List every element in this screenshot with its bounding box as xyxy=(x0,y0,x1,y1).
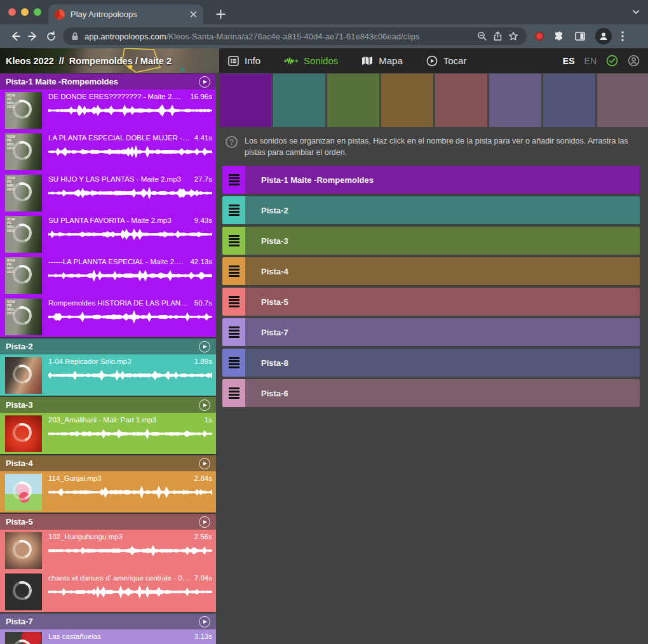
clip-name: DE DONDE ERES???????? - Maite 2.mp3 xyxy=(48,93,187,100)
track-row[interactable]: Pista-3 xyxy=(222,227,640,255)
reload-button[interactable] xyxy=(42,27,60,45)
url-text[interactable]: app.antropoloops.com/Kleos-Santa-Marina/… xyxy=(84,32,420,41)
section-play-button[interactable] xyxy=(199,458,210,469)
waveform[interactable] xyxy=(48,426,212,441)
nav-tocar[interactable]: Tocar xyxy=(426,55,467,67)
waveform[interactable] xyxy=(48,103,212,118)
extensions-puzzle-icon[interactable] xyxy=(553,30,565,42)
section-header[interactable]: Pista-4 xyxy=(0,455,216,471)
tab-search-chevron-icon[interactable] xyxy=(631,8,640,17)
waveform[interactable] xyxy=(48,227,212,242)
profile-avatar[interactable] xyxy=(595,28,612,44)
drag-handle[interactable] xyxy=(222,227,245,255)
new-tab-button[interactable] xyxy=(212,6,229,22)
share-icon[interactable] xyxy=(493,31,503,41)
section-header[interactable]: Pista-2 xyxy=(0,339,216,354)
track-bar[interactable]: Pista-2 xyxy=(245,196,640,224)
waveform[interactable] xyxy=(48,185,212,201)
clip-item[interactable]: 102_Hunguhungu.mp32.56s xyxy=(0,530,216,571)
language-es[interactable]: ES xyxy=(563,56,575,66)
waveform[interactable] xyxy=(48,584,212,600)
clip-item[interactable]: chants et danses d' amerique centrale - … xyxy=(0,571,216,612)
section-play-button[interactable] xyxy=(199,516,210,528)
clip-item[interactable]: 203_Amalihani - Mali: Part 1.mp31s xyxy=(0,413,216,454)
tab-close-icon[interactable] xyxy=(190,11,197,18)
side-panel-icon[interactable] xyxy=(574,30,586,42)
nav-sonidos[interactable]: Sonidos xyxy=(284,55,338,66)
track-row[interactable]: Pista-8 xyxy=(222,349,640,377)
clip-item[interactable]: ROM PE MOL DES SU HIJO Y LAS PLANTAS - M… xyxy=(0,172,216,213)
track-row[interactable]: Pista-5 xyxy=(222,288,640,316)
lock-icon[interactable] xyxy=(71,32,79,41)
address-bar[interactable]: app.antropoloops.com/Kleos-Santa-Marina/… xyxy=(63,27,527,45)
waveform[interactable] xyxy=(48,309,212,325)
clip-item[interactable]: ROM PE MOL DES SU PLANTA FAVORITA - Mait… xyxy=(0,213,216,255)
clip-item[interactable]: 114_Gunjai.mp32.84s xyxy=(0,471,216,513)
clip-item[interactable]: 1-04 Repicador Solo.mp31.89s xyxy=(0,354,216,396)
section-title[interactable]: Pista-1 Maite -Rompemoldes xyxy=(6,77,118,86)
browser-tab[interactable]: Play Antropoloops xyxy=(48,4,203,24)
nav-info[interactable]: Info xyxy=(228,55,260,66)
section-play-button[interactable] xyxy=(199,616,210,627)
breadcrumb[interactable]: Kleos 2022 // Rompemoldes / Maite 2 xyxy=(0,56,172,66)
section-play-button[interactable] xyxy=(199,76,210,88)
section-header[interactable]: Pista-7 xyxy=(0,614,216,629)
section-play-button[interactable] xyxy=(199,341,210,352)
waveform[interactable] xyxy=(48,144,212,159)
close-window-button[interactable] xyxy=(8,8,16,16)
clip-item[interactable]: Las castañuelas3.13s xyxy=(0,629,216,644)
track-bar[interactable]: Pista-6 xyxy=(245,379,640,407)
section-title[interactable]: Pista-4 xyxy=(6,459,33,468)
bookmark-star-icon[interactable] xyxy=(508,31,518,41)
drag-handle[interactable] xyxy=(222,379,245,407)
record-extension-icon[interactable] xyxy=(535,32,544,41)
section-play-button[interactable] xyxy=(199,399,210,411)
section-title[interactable]: Pista-3 xyxy=(6,400,33,410)
waveform[interactable] xyxy=(48,268,212,283)
section-header[interactable]: Pista-1 Maite -Rompemoldes xyxy=(0,74,216,90)
minimize-window-button[interactable] xyxy=(21,8,29,16)
zoom-indicator-icon[interactable] xyxy=(477,31,487,41)
track-row[interactable]: Pista-1 Maite -Rompemoldes xyxy=(222,166,640,194)
section-title[interactable]: Pista-7 xyxy=(6,617,33,626)
track-row[interactable]: Pista-6 xyxy=(222,379,640,407)
waveform[interactable] xyxy=(48,543,212,558)
waveform[interactable] xyxy=(48,485,212,500)
drag-handle[interactable] xyxy=(222,288,245,316)
clip-item[interactable]: ROM PE MOL DES LA PLANTA ESPECIAL DOBLE … xyxy=(0,131,216,172)
waveform[interactable] xyxy=(48,368,212,383)
nav-mapa[interactable]: Mapa xyxy=(361,55,403,66)
clip-item[interactable]: ROM PE MOL DES Rompemoldes HISTORIA DE L… xyxy=(0,296,216,337)
back-button[interactable] xyxy=(6,27,24,45)
track-bar[interactable]: Pista-4 xyxy=(245,257,640,285)
loader-ring-icon xyxy=(10,578,35,603)
clip-item[interactable]: ROM PE MOL DES DE DONDE ERES???????? - M… xyxy=(0,90,216,131)
section-header[interactable]: Pista-3 xyxy=(0,397,216,413)
section-title[interactable]: Pista-2 xyxy=(6,342,33,351)
breadcrumb-project[interactable]: Kleos 2022 xyxy=(6,56,54,66)
track-bar[interactable]: Pista-5 xyxy=(245,288,640,316)
track-bar[interactable]: Pista-7 xyxy=(245,318,640,346)
browser-menu-kebab-icon[interactable] xyxy=(621,31,624,41)
track-bar[interactable]: Pista-3 xyxy=(245,227,640,255)
language-en[interactable]: EN xyxy=(584,56,597,66)
clip-duration: 1s xyxy=(205,416,212,424)
track-bar[interactable]: Pista-1 Maite -Rompemoldes xyxy=(245,166,640,194)
forward-button[interactable] xyxy=(24,27,42,45)
drag-handle[interactable] xyxy=(222,318,245,346)
drag-handle[interactable] xyxy=(222,257,245,285)
sync-check-icon[interactable] xyxy=(606,55,618,67)
track-bar[interactable]: Pista-8 xyxy=(245,349,640,377)
section-title[interactable]: Pista-5 xyxy=(6,517,33,527)
track-row[interactable]: Pista-7 xyxy=(222,318,640,346)
drag-handle[interactable] xyxy=(222,166,245,194)
drag-handle[interactable] xyxy=(222,349,245,377)
section-header[interactable]: Pista-5 xyxy=(0,514,216,530)
clip-item[interactable]: ROM PE MOL DES ------LA PLANNTA ESPECIAL… xyxy=(0,255,216,296)
maximize-window-button[interactable] xyxy=(34,8,41,16)
account-icon[interactable] xyxy=(628,55,640,67)
track-row[interactable]: Pista-4 xyxy=(222,257,640,285)
track-row[interactable]: Pista-2 xyxy=(222,196,640,224)
project-hero-map[interactable]: Kleos 2022 // Rompemoldes / Maite 2 xyxy=(0,48,219,73)
drag-handle[interactable] xyxy=(222,196,245,224)
